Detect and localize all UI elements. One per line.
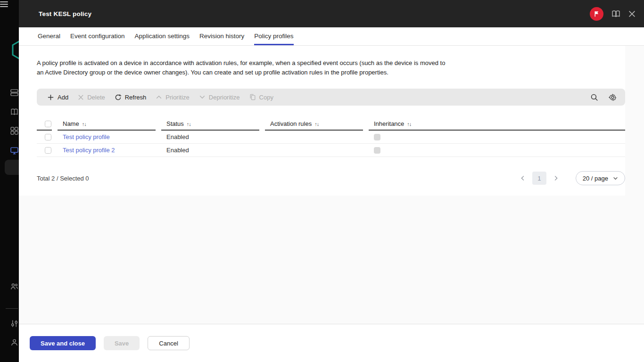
chevron-up-icon — [156, 94, 162, 100]
tab-event-configuration[interactable]: Event configuration — [70, 27, 125, 45]
sort-icon[interactable]: ↑↓ — [407, 121, 411, 127]
search-icon[interactable] — [590, 93, 598, 101]
kaspersky-flag-logo[interactable] — [590, 7, 603, 21]
refresh-icon — [115, 94, 122, 101]
tab-application-settings[interactable]: Application settings — [135, 27, 190, 45]
close-icon[interactable] — [628, 10, 636, 17]
table-row: Test policy profile Enabled — [37, 131, 625, 144]
app-sidebar — [0, 0, 19, 362]
inheritance-cell — [369, 144, 625, 156]
page-size-value: 20 / page — [583, 175, 608, 182]
prioritize-button[interactable]: Prioritize — [151, 89, 194, 106]
column-header-activation-rules[interactable]: Activation rules ↑↓ — [265, 118, 363, 131]
tab-revision-history[interactable]: Revision history — [199, 27, 244, 45]
previous-page-icon[interactable] — [515, 175, 530, 181]
profile-name-cell: Test policy profile 2 — [58, 144, 156, 156]
chevron-down-icon — [613, 176, 618, 181]
activation-rules-cell — [265, 144, 363, 156]
profile-link[interactable]: Test policy profile 2 — [63, 147, 115, 154]
delete-button-label: Delete — [87, 94, 105, 101]
menu-icon[interactable] — [0, 1, 8, 7]
users-icon[interactable] — [10, 283, 18, 293]
profiles-toolbar: Add Delete Refresh — [37, 89, 625, 106]
pagination-row: Total 2 / Selected 0 1 20 / page — [37, 171, 625, 185]
profile-status-cell: Enabled — [161, 144, 259, 156]
tab-bar: General Event configuration Application … — [19, 27, 644, 46]
x-delete-icon — [78, 94, 84, 100]
dialog-footer: Save and close Save Cancel — [19, 324, 644, 362]
account-person-icon[interactable] — [10, 338, 18, 348]
profile-name-cell: Test policy profile — [58, 131, 156, 143]
sidebar-divider — [6, 308, 18, 309]
content-scroll-area: A policy profile is activated on a devic… — [19, 46, 644, 324]
add-button[interactable]: Add — [42, 89, 73, 106]
tab-policy-profiles[interactable]: Policy profiles — [254, 27, 293, 45]
row-select-cell — [37, 144, 52, 156]
column-header-status[interactable]: Status ↑↓ — [161, 118, 259, 131]
profile-link[interactable]: Test policy profile — [63, 133, 110, 140]
copy-button[interactable]: Copy — [245, 89, 278, 106]
save-and-close-button[interactable]: Save and close — [30, 336, 96, 350]
current-page[interactable]: 1 — [532, 172, 546, 185]
cancel-button[interactable]: Cancel — [148, 336, 189, 350]
kaspersky-hexagon-logo — [11, 39, 19, 63]
console-settings-sliders-icon[interactable] — [10, 320, 18, 329]
inheritance-cell — [369, 131, 625, 143]
inheritance-checkbox — [374, 134, 380, 140]
pager: 1 20 / page — [515, 171, 625, 185]
policy-profiles-card: A policy profile is activated on a devic… — [19, 46, 625, 196]
table-header-row: Name ↑↓ Status ↑↓ Activation rules ↑↓ — [37, 118, 625, 131]
reports-book-icon[interactable] — [10, 108, 18, 118]
gear-icon[interactable] — [609, 93, 617, 101]
deprioritize-button-label: Deprioritize — [209, 94, 240, 101]
profiles-description: A policy profile is activated on a devic… — [37, 58, 452, 77]
activation-rules-cell — [265, 131, 363, 143]
inheritance-checkbox — [374, 147, 380, 154]
dashboard-grid-icon[interactable] — [10, 127, 18, 137]
sidebar-active-item-highlight[interactable] — [5, 160, 19, 175]
row-checkbox[interactable] — [45, 147, 51, 154]
profile-status-cell: Enabled — [161, 131, 259, 143]
row-checkbox[interactable] — [45, 134, 51, 140]
chevron-down-icon — [199, 94, 206, 100]
select-all-checkbox[interactable] — [45, 121, 51, 127]
refresh-button-label: Refresh — [125, 94, 147, 101]
selection-summary: Total 2 / Selected 0 — [37, 175, 89, 182]
copy-button-label: Copy — [259, 94, 273, 101]
column-header-inheritance[interactable]: Inheritance ↑↓ — [369, 118, 625, 131]
page-size-select[interactable]: 20 / page — [576, 171, 625, 185]
copy-icon — [249, 94, 256, 100]
devices-monitor-icon[interactable] — [10, 147, 18, 156]
policy-editor-panel: Test KESL policy General Event configura… — [19, 0, 644, 362]
dialog-header: Test KESL policy — [19, 0, 644, 27]
next-page-icon[interactable] — [548, 175, 563, 181]
devices-hierarchy-icon[interactable] — [10, 89, 18, 99]
table-row: Test policy profile 2 Enabled — [37, 144, 625, 157]
column-header-name[interactable]: Name ↑↓ — [58, 118, 156, 131]
row-select-cell — [37, 131, 52, 143]
save-button[interactable]: Save — [104, 336, 140, 350]
plus-icon — [47, 94, 54, 101]
help-book-icon[interactable] — [611, 10, 620, 18]
delete-button[interactable]: Delete — [73, 89, 110, 106]
page-title: Test KESL policy — [39, 10, 91, 17]
header-select-all-cell — [37, 118, 52, 131]
sort-icon[interactable]: ↑↓ — [82, 121, 86, 127]
deprioritize-button[interactable]: Deprioritize — [194, 89, 245, 106]
add-button-label: Add — [58, 94, 68, 101]
sort-icon[interactable]: ↑↓ — [187, 121, 191, 127]
profiles-table: Name ↑↓ Status ↑↓ Activation rules ↑↓ — [37, 118, 625, 157]
prioritize-button-label: Prioritize — [165, 94, 190, 101]
sort-icon[interactable]: ↑↓ — [314, 121, 319, 127]
refresh-button[interactable]: Refresh — [110, 89, 151, 106]
tab-general[interactable]: General — [38, 27, 60, 45]
